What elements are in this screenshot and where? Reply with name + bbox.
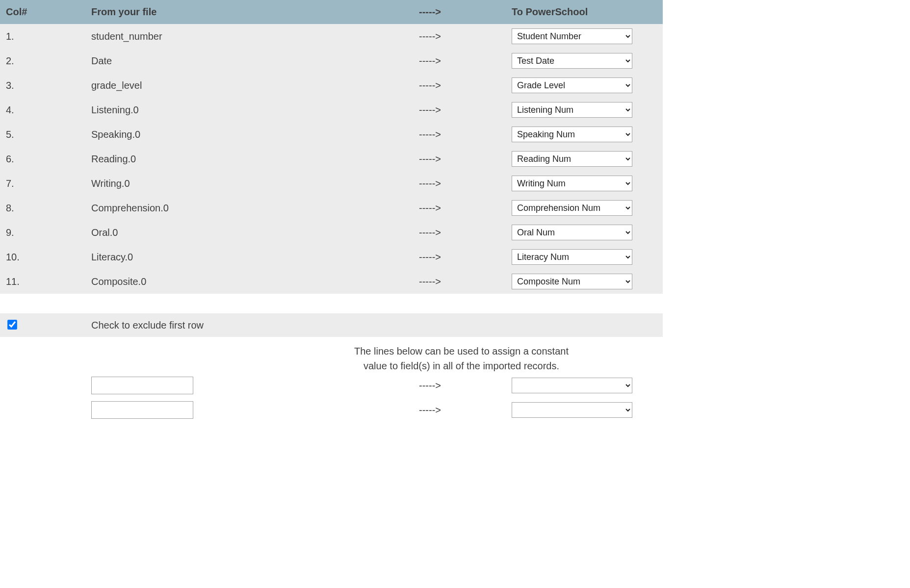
table-row: 1.student_number----->Student Number — [0, 24, 663, 49]
powerschool-field-select[interactable]: Writing Num — [512, 176, 632, 191]
from-file-field: Oral.0 — [91, 227, 419, 238]
row-number: 1. — [0, 31, 91, 42]
table-row: 6.Reading.0----->Reading Num — [0, 147, 663, 171]
constant-field-select[interactable] — [512, 378, 632, 393]
arrow-icon: -----> — [419, 252, 512, 263]
powerschool-field-select[interactable]: Test Date — [512, 53, 632, 69]
arrow-icon: -----> — [419, 227, 512, 238]
row-number: 3. — [0, 80, 91, 91]
from-file-field: Literacy.0 — [91, 252, 419, 263]
row-number: 6. — [0, 153, 91, 165]
row-number: 2. — [0, 55, 91, 67]
powerschool-field-select[interactable]: Student Number — [512, 28, 632, 44]
arrow-icon: -----> — [419, 405, 512, 416]
arrow-icon: -----> — [419, 153, 512, 165]
from-file-field: Listening.0 — [91, 104, 419, 116]
from-file-field: Reading.0 — [91, 153, 419, 165]
exclude-first-row-section: Check to exclude first row — [0, 313, 663, 337]
from-file-field: Writing.0 — [91, 178, 419, 189]
table-row: 2.Date----->Test Date — [0, 49, 663, 73]
table-header: Col# From your file -----> To PowerSchoo… — [0, 0, 663, 24]
arrow-icon: -----> — [419, 380, 512, 391]
exclude-first-row-label: Check to exclude first row — [91, 320, 419, 331]
table-row: 5.Speaking.0----->Speaking Num — [0, 122, 663, 147]
constant-field-select[interactable] — [512, 402, 632, 418]
arrow-icon: -----> — [419, 203, 512, 214]
row-number: 5. — [0, 129, 91, 140]
table-row: 9.Oral.0----->Oral Num — [0, 220, 663, 245]
arrow-icon: -----> — [419, 104, 512, 116]
header-to-powerschool: To PowerSchool — [512, 6, 663, 18]
table-row: 10.Literacy.0----->Literacy Num — [0, 245, 663, 269]
from-file-field: Speaking.0 — [91, 129, 419, 140]
row-number: 9. — [0, 227, 91, 238]
powerschool-field-select[interactable]: Literacy Num — [512, 249, 632, 265]
arrow-icon: -----> — [419, 276, 512, 287]
powerschool-field-select[interactable]: Comprehension Num — [512, 200, 632, 216]
powerschool-field-select[interactable]: Reading Num — [512, 151, 632, 167]
constant-value-hint: The lines below can be used to assign a … — [0, 344, 663, 373]
from-file-field: Comprehension.0 — [91, 203, 419, 214]
exclude-first-row-checkbox[interactable] — [7, 320, 17, 330]
from-file-field: Composite.0 — [91, 276, 419, 287]
powerschool-field-select[interactable]: Composite Num — [512, 274, 632, 289]
constant-row: -----> — [0, 373, 663, 398]
powerschool-field-select[interactable]: Listening Num — [512, 102, 632, 118]
table-row: 7.Writing.0----->Writing Num — [0, 171, 663, 196]
from-file-field: Date — [91, 55, 419, 67]
row-number: 10. — [0, 252, 91, 263]
row-number: 11. — [0, 276, 91, 287]
from-file-field: grade_level — [91, 80, 419, 91]
row-number: 7. — [0, 178, 91, 189]
arrow-icon: -----> — [419, 31, 512, 42]
row-number: 8. — [0, 203, 91, 214]
table-row: 11.Composite.0----->Composite Num — [0, 269, 663, 294]
table-row: 4.Listening.0----->Listening Num — [0, 98, 663, 122]
table-row: 8.Comprehension.0----->Comprehension Num — [0, 196, 663, 220]
constant-value-input[interactable] — [91, 401, 193, 419]
header-from-file: From your file — [91, 6, 419, 18]
from-file-field: student_number — [91, 31, 419, 42]
arrow-icon: -----> — [419, 80, 512, 91]
table-row: 3.grade_level----->Grade Level — [0, 73, 663, 98]
constant-row: -----> — [0, 398, 663, 422]
arrow-icon: -----> — [419, 178, 512, 189]
arrow-icon: -----> — [419, 129, 512, 140]
arrow-icon: -----> — [419, 55, 512, 67]
powerschool-field-select[interactable]: Oral Num — [512, 225, 632, 240]
header-arrow: -----> — [419, 6, 512, 18]
powerschool-field-select[interactable]: Speaking Num — [512, 127, 632, 142]
row-number: 4. — [0, 104, 91, 116]
powerschool-field-select[interactable]: Grade Level — [512, 77, 632, 93]
constant-value-input[interactable] — [91, 377, 193, 394]
import-mapping-table: Col# From your file -----> To PowerSchoo… — [0, 0, 663, 422]
header-col-number: Col# — [0, 6, 91, 18]
